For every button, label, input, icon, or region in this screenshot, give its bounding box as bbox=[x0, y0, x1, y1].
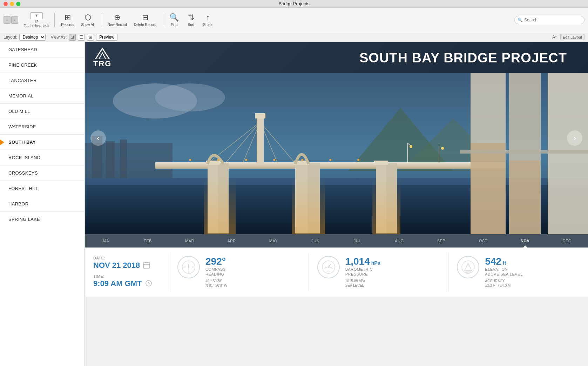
clock-icon[interactable] bbox=[145, 279, 153, 288]
sidebar-item-gateshead[interactable]: GATESHEAD bbox=[0, 42, 85, 57]
month-item-aug[interactable]: AUG bbox=[378, 234, 420, 248]
show-all-icon: ⬡ bbox=[85, 13, 91, 22]
elevation-sublabel: ABOVE SEA LEVEL bbox=[485, 272, 580, 276]
barometric-value: 1,014 bbox=[345, 256, 370, 267]
minimize-button[interactable] bbox=[10, 2, 14, 6]
elevation-text: 542 ft ELEVATION ABOVE SEA LEVEL ACCURAC… bbox=[485, 256, 580, 287]
compass-label: COMPASS bbox=[205, 267, 300, 271]
find-button[interactable]: 🔍 Find bbox=[167, 12, 182, 28]
sidebar-item-harbor[interactable]: HARBOR bbox=[0, 196, 85, 212]
svg-rect-28 bbox=[257, 115, 264, 164]
info-panel: DATE: NOV 21 2018 TIME: 9:09 AM GMT bbox=[85, 248, 588, 297]
svg-point-65 bbox=[188, 266, 189, 268]
barometric-unit: hPa bbox=[371, 260, 380, 266]
month-item-jan[interactable]: JAN bbox=[85, 234, 127, 248]
svg-point-35 bbox=[329, 159, 331, 161]
records-button[interactable]: ⊞ Records bbox=[58, 12, 77, 28]
share-button[interactable]: ↑ Share bbox=[200, 12, 216, 28]
compass-coords: 40 ° 50'38" bbox=[205, 279, 300, 283]
month-item-mar[interactable]: MAR bbox=[169, 234, 211, 248]
sort-button[interactable]: ⇅ Sort bbox=[183, 12, 199, 28]
layout-select[interactable]: Desktop bbox=[19, 34, 46, 41]
nav-back-button[interactable]: ‹ bbox=[4, 16, 11, 24]
show-all-label: Show All bbox=[81, 23, 94, 27]
record-total: 12 Total (Unsorted) bbox=[24, 20, 49, 28]
hero-nav-left[interactable]: ‹ bbox=[90, 130, 106, 146]
accuracy-label: ACCURACY bbox=[485, 279, 580, 283]
record-counter: 12 Total (Unsorted) bbox=[24, 12, 49, 28]
view-form-button[interactable]: ⊡ bbox=[69, 34, 76, 41]
layout-label: Layout: bbox=[4, 35, 17, 40]
date-label: DATE: bbox=[93, 256, 160, 260]
svg-rect-45 bbox=[460, 150, 588, 154]
month-item-feb[interactable]: FEB bbox=[127, 234, 169, 248]
month-item-sep[interactable]: SEP bbox=[420, 234, 462, 248]
hero-nav-right[interactable]: › bbox=[567, 130, 582, 146]
barometric-sublabel: PRESSURE bbox=[345, 272, 440, 276]
font-size-icon[interactable]: Aᵃ bbox=[552, 35, 557, 40]
sidebar-item-memorial[interactable]: MEMORIAL bbox=[0, 88, 85, 104]
elevation-number: 542 ft bbox=[485, 256, 580, 267]
new-record-button[interactable]: ⊕ New Record bbox=[105, 12, 130, 28]
preview-button[interactable]: Preview bbox=[96, 34, 117, 41]
toolbar-separator-2 bbox=[101, 13, 101, 27]
close-button[interactable] bbox=[4, 2, 8, 6]
delete-record-icon: ⊟ bbox=[142, 13, 148, 22]
sort-label: Sort bbox=[188, 23, 194, 27]
edit-layout-button[interactable]: Edit Layout bbox=[560, 34, 584, 40]
record-number-input[interactable] bbox=[30, 12, 43, 19]
barometric-text: 1,014 hPa BAROMETRIC PRESSURE 1015.89 hP… bbox=[345, 256, 440, 287]
calendar-icon[interactable] bbox=[143, 261, 151, 270]
compass-number: 292° bbox=[205, 256, 300, 267]
sidebar-item-pine-creek[interactable]: PINE CREEK bbox=[0, 57, 85, 73]
month-item-jul[interactable]: JUL bbox=[336, 234, 378, 248]
month-item-may[interactable]: MAY bbox=[252, 234, 295, 248]
view-list-button[interactable]: ☰ bbox=[78, 34, 85, 41]
sidebar-item-spring-lake[interactable]: SPRING LAKE bbox=[0, 212, 85, 227]
sidebar-item-old-mill[interactable]: OLD MILL bbox=[0, 104, 85, 119]
record-nav[interactable]: ‹ › bbox=[4, 16, 18, 24]
date-time-section: DATE: NOV 21 2018 TIME: 9:09 AM GMT bbox=[85, 253, 169, 291]
sidebar-item-south-bay[interactable]: SOUTH BAY bbox=[0, 135, 85, 150]
accuracy-value: ±3.3 FT / ±4.0 M bbox=[485, 284, 580, 287]
barometric-label: BAROMETRIC bbox=[345, 267, 440, 271]
sidebar-item-crosskeys[interactable]: CROSSKEYS bbox=[0, 165, 85, 181]
month-item-dec[interactable]: DEC bbox=[546, 234, 588, 248]
compass-sublabel: HEADING bbox=[205, 272, 300, 276]
svg-point-50 bbox=[441, 147, 444, 150]
show-all-button[interactable]: ⬡ Show All bbox=[78, 12, 97, 28]
search-input[interactable] bbox=[524, 18, 581, 22]
search-box[interactable]: 🔍 bbox=[514, 16, 584, 24]
sidebar-item-waterside[interactable]: WATERSIDE bbox=[0, 119, 85, 135]
toolbar-separator-1 bbox=[54, 13, 55, 27]
svg-rect-43 bbox=[471, 143, 506, 234]
sidebar-item-forest-hill[interactable]: FOREST HILL bbox=[0, 181, 85, 196]
sidebar-item-lancaster[interactable]: LANCASTER bbox=[0, 73, 85, 88]
svg-point-30 bbox=[189, 159, 191, 161]
find-label: Find bbox=[171, 23, 177, 27]
month-item-apr[interactable]: APR bbox=[211, 234, 253, 248]
barometric-number: 1,014 hPa bbox=[345, 256, 440, 267]
elevation-unit: ft bbox=[503, 260, 506, 266]
sort-icon: ⇅ bbox=[188, 13, 194, 22]
sidebar-item-rock-island[interactable]: ROCK ISLAND bbox=[0, 150, 85, 165]
month-item-oct[interactable]: OCT bbox=[462, 234, 504, 248]
hero-header: TRG SOUTH BAY BRIDGE PROJECT bbox=[85, 42, 588, 73]
month-item-nov[interactable]: NOV bbox=[504, 234, 546, 248]
svg-text:N: N bbox=[188, 261, 189, 263]
month-item-jun[interactable]: JUN bbox=[295, 234, 337, 248]
new-record-icon: ⊕ bbox=[114, 13, 120, 22]
view-table-button[interactable]: ⊞ bbox=[87, 34, 94, 41]
compass-coords2: N 81° 56'8" W bbox=[205, 284, 300, 287]
svg-rect-38 bbox=[292, 178, 325, 234]
trg-logo: TRG bbox=[93, 47, 111, 68]
svg-point-48 bbox=[410, 145, 412, 148]
compass-text: 292° COMPASS HEADING 40 ° 50'38" N 81° 5… bbox=[205, 256, 300, 287]
sidebar: GATESHEADPINE CREEKLANCASTERMEMORIALOLD … bbox=[0, 42, 85, 366]
delete-record-button[interactable]: ⊟ Delete Record bbox=[131, 12, 159, 28]
records-label: Records bbox=[61, 23, 74, 27]
barometric-section: hPa 1,014 hPa BAROMETRIC bbox=[309, 253, 449, 291]
nav-forward-button[interactable]: › bbox=[11, 16, 18, 24]
maximize-button[interactable] bbox=[16, 2, 20, 6]
window-controls[interactable] bbox=[4, 2, 20, 6]
